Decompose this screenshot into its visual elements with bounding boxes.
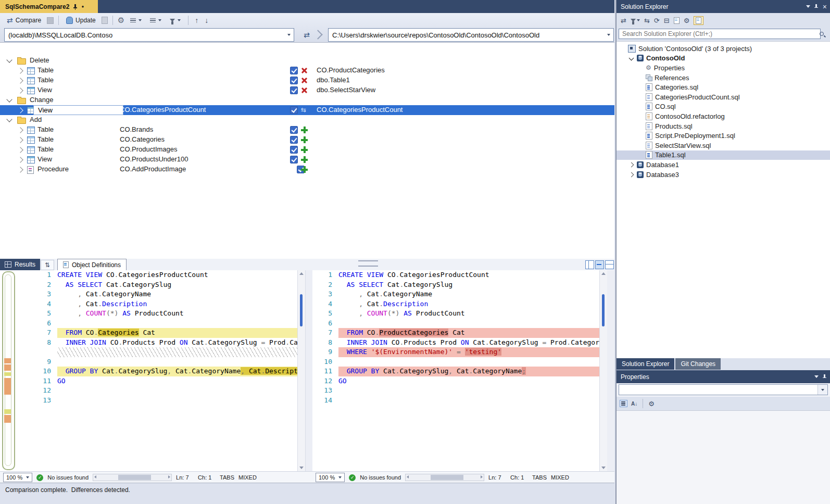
right-horizontal-scrollbar[interactable] xyxy=(405,474,484,481)
code-line[interactable]: 14 xyxy=(312,396,607,406)
row-expand-chevron-icon[interactable] xyxy=(17,137,23,143)
preview-selected-items-icon[interactable] xyxy=(694,16,703,25)
tree-item-contosoold-refactorlog[interactable]: ContosoOld.refactorlog xyxy=(617,111,830,121)
include-checkbox[interactable] xyxy=(290,86,298,94)
refresh-icon[interactable]: ⟳ xyxy=(654,17,660,24)
search-icon[interactable] xyxy=(819,31,826,38)
code-line[interactable]: 3 , Cat.CategoryName xyxy=(312,289,607,299)
include-checkbox[interactable] xyxy=(290,126,298,134)
include-checkbox[interactable] xyxy=(290,67,298,74)
code-line[interactable]: 8 INNER JOIN CO.Products Prod ON Cat.Cat… xyxy=(312,338,607,348)
auto-hide-pin-icon[interactable] xyxy=(823,374,827,380)
generate-script-icon[interactable] xyxy=(102,17,108,24)
code-line[interactable]: 10 xyxy=(312,357,607,367)
group-expand-chevron-icon[interactable] xyxy=(6,96,12,102)
code-line[interactable]: 7 FROM CO.ProductCategories Cat xyxy=(312,328,607,338)
scroll-down-icon[interactable] xyxy=(601,467,606,469)
row-expand-chevron-icon[interactable] xyxy=(17,107,23,113)
include-checkbox[interactable] xyxy=(290,156,298,163)
search-input[interactable] xyxy=(619,29,821,39)
group-expand-chevron-icon[interactable] xyxy=(6,116,12,122)
properties-gear-icon[interactable]: ⚙ xyxy=(684,17,690,24)
scrollbar-thumb[interactable] xyxy=(300,294,303,326)
collapsed-chevron-icon[interactable] xyxy=(628,163,634,167)
code-line[interactable]: 12 xyxy=(17,386,305,396)
tree-item-database3[interactable]: Database3 xyxy=(617,170,830,180)
target-definition-editor[interactable]: 1CREATE VIEW CO.CategoriesProductCount2 … xyxy=(312,270,607,471)
dropdown-caret[interactable] xyxy=(284,29,294,41)
code-line[interactable]: 9 WHERE '$(EnvironmentName)' = 'testing' xyxy=(312,347,607,357)
compare-group-change[interactable]: Change xyxy=(0,95,614,105)
target-connection-dropdown[interactable]: C:\Users\drskwier\source\repos\ContosoOl… xyxy=(328,28,614,42)
tree-item-database1[interactable]: Database1 xyxy=(617,160,830,170)
update-button[interactable]: Update xyxy=(64,16,98,25)
row-expand-chevron-icon[interactable] xyxy=(17,78,23,83)
right-zoom-dropdown[interactable]: 100 % xyxy=(316,473,345,482)
tree-item-table1-sql[interactable]: Table1.sql xyxy=(617,150,830,160)
compare-row[interactable]: ViewCO.CategoriesProductCount⇆CO.Categor… xyxy=(0,105,614,115)
left-zoom-dropdown[interactable]: 100 % xyxy=(3,473,32,482)
code-line[interactable]: 4 , Cat.Description xyxy=(17,299,305,309)
tab-results[interactable]: Results xyxy=(0,259,40,270)
source-definition-editor[interactable]: 1CREATE VIEW CO.CategoriesProductCount2 … xyxy=(17,270,305,471)
filter-button[interactable] xyxy=(167,18,183,23)
tab-git-changes[interactable]: Git Changes xyxy=(675,358,721,370)
compare-row[interactable]: TableCO.ProductCategories xyxy=(0,66,614,75)
left-editor-vertical-scrollbar[interactable] xyxy=(297,270,305,471)
auto-hide-pin-icon[interactable] xyxy=(814,4,819,10)
code-line[interactable]: 11GO xyxy=(17,376,305,386)
tab-object-definitions[interactable]: Object Definitions xyxy=(57,259,127,270)
code-line[interactable]: 12GO xyxy=(312,376,607,386)
compare-row[interactable]: TableCO.Brands xyxy=(0,125,614,135)
scrollbar-thumb[interactable] xyxy=(602,294,605,326)
tree-item-contosoold[interactable]: ContosoOld xyxy=(617,54,830,64)
show-all-files-icon[interactable] xyxy=(674,17,680,24)
pin-icon[interactable] xyxy=(73,4,78,10)
previous-change-icon[interactable]: ↑ xyxy=(193,16,200,24)
include-checkbox[interactable] xyxy=(290,136,298,144)
code-line[interactable]: 5 , COUNT(*) AS ProductCount xyxy=(312,309,607,319)
code-line[interactable]: 1CREATE VIEW CO.CategoriesProductCount xyxy=(17,270,305,280)
layout-side-by-side-icon[interactable] xyxy=(585,260,594,269)
alphabetical-sort-icon[interactable]: A↓ xyxy=(631,401,637,407)
code-line[interactable]: 4 , Cat.Description xyxy=(312,299,607,309)
tree-item-categoriesproductcount-sql[interactable]: CategoriesProductCount.sql xyxy=(617,92,830,102)
window-menu-chevron-icon[interactable] xyxy=(806,5,810,8)
code-line[interactable]: 1CREATE VIEW CO.CategoriesProductCount xyxy=(312,270,607,280)
row-expand-chevron-icon[interactable] xyxy=(17,127,23,133)
code-line[interactable] xyxy=(17,347,305,357)
stop-icon[interactable] xyxy=(47,17,54,24)
code-line[interactable]: 9 xyxy=(17,357,305,367)
expanded-chevron-icon[interactable] xyxy=(628,56,634,60)
tree-item-script-predeployment1-sql[interactable]: Script.PreDeployment1.sql xyxy=(617,131,830,141)
code-line[interactable]: 6 xyxy=(17,319,305,329)
definitions-sort-button[interactable]: ⇅ xyxy=(41,260,54,270)
compare-row[interactable]: Tabledbo.Table1 xyxy=(0,75,614,85)
code-line[interactable]: 2 AS SELECT Cat.CategorySlug xyxy=(17,280,305,290)
type-cell-focused[interactable]: View xyxy=(33,105,123,115)
collapsed-chevron-icon[interactable] xyxy=(628,173,634,177)
splitter-grip[interactable] xyxy=(358,260,378,267)
switch-direction-icon[interactable]: ⇄ xyxy=(301,29,312,40)
row-expand-chevron-icon[interactable] xyxy=(17,157,23,162)
scroll-down-icon[interactable] xyxy=(299,467,304,469)
row-expand-chevron-icon[interactable] xyxy=(17,167,23,172)
compare-button[interactable]: ⇄ Compare xyxy=(4,16,44,25)
tree-item-products-sql[interactable]: Products.sql xyxy=(617,121,830,131)
next-change-icon[interactable]: ↓ xyxy=(203,16,210,24)
properties-object-dropdown[interactable] xyxy=(619,384,828,395)
include-checkbox[interactable] xyxy=(290,106,298,114)
code-line[interactable]: 10 GROUP BY Cat.CategorySlug, Cat.Catego… xyxy=(17,367,305,376)
left-horizontal-scrollbar[interactable] xyxy=(93,474,172,481)
row-expand-chevron-icon[interactable] xyxy=(17,68,23,73)
tree-item-co-sql[interactable]: CO.sql xyxy=(617,102,830,112)
compare-row[interactable]: TableCO.ProductImages xyxy=(0,145,614,155)
compare-group-delete[interactable]: Delete xyxy=(0,56,614,66)
layout-split-icon[interactable] xyxy=(605,260,614,269)
tab-solution-explorer[interactable]: Solution Explorer xyxy=(617,358,674,370)
include-checkbox[interactable] xyxy=(290,146,298,154)
sort-results-button[interactable] xyxy=(147,17,164,24)
code-line[interactable]: 11 GROUP BY Cat.CategorySlug, Cat.Catego… xyxy=(312,367,607,376)
compare-row[interactable]: ProcedureCO.AddProductImage xyxy=(0,165,614,174)
include-checkbox[interactable] xyxy=(290,77,298,84)
